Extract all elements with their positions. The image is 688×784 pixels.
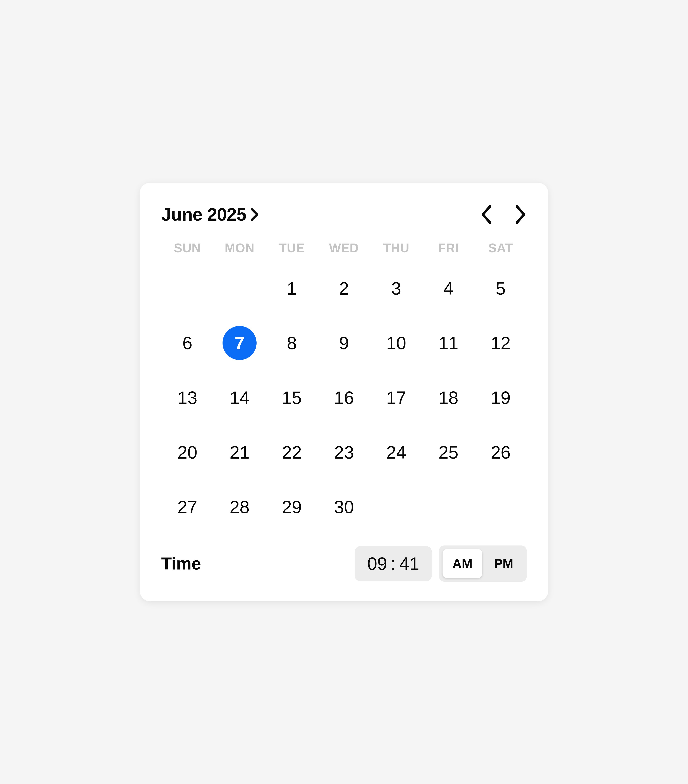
day[interactable]: 24 [379,435,413,469]
weekday-label: WED [318,241,370,255]
day[interactable]: 20 [170,435,204,469]
day-cell: 13 [161,380,213,415]
day[interactable]: 29 [275,490,309,524]
day-cell: 12 [475,326,527,360]
day-cell: 1 [266,271,318,305]
month-year-selector[interactable]: June 2025 [161,204,259,225]
day-cell: 19 [475,380,527,415]
day[interactable]: 16 [327,380,361,415]
day-cell: 16 [318,380,370,415]
day-cell: 15 [266,380,318,415]
weekday-label: TUE [266,241,318,255]
chevron-right-icon [250,208,259,222]
day-cell: 2 [318,271,370,305]
day[interactable]: 11 [431,326,466,360]
day[interactable]: 21 [222,435,257,469]
time-colon: : [391,553,396,574]
time-hour: 09 [367,553,387,574]
weekday-label: SAT [475,241,527,255]
day[interactable]: 18 [431,380,466,415]
day[interactable]: 25 [431,435,466,469]
day-cell: 7 [213,326,265,360]
day-selected[interactable]: 7 [222,326,257,360]
time-row: Time 09 : 41 AM PM [161,545,527,582]
day-cell-empty [213,271,265,305]
prev-month-button[interactable] [480,205,493,224]
day-cell: 4 [422,271,474,305]
weekday-label: THU [370,241,422,255]
day[interactable]: 17 [379,380,413,415]
day-cell: 3 [370,271,422,305]
am-option[interactable]: AM [443,549,482,578]
date-time-picker: June 2025 SUN MON TUE WED T [140,183,548,601]
day[interactable]: 4 [431,271,466,305]
time-controls: 09 : 41 AM PM [355,545,527,582]
day[interactable]: 27 [170,490,204,524]
day-cell: 5 [475,271,527,305]
day-cell: 8 [266,326,318,360]
day[interactable]: 28 [222,490,257,524]
weekday-label: FRI [422,241,474,255]
day-cell: 11 [422,326,474,360]
day-cell: 23 [318,435,370,469]
day[interactable]: 12 [484,326,518,360]
day-cell: 29 [266,490,318,524]
day-cell: 22 [266,435,318,469]
day[interactable]: 19 [484,380,518,415]
day[interactable]: 10 [379,326,413,360]
weekday-label: MON [213,241,265,255]
day-cell: 18 [422,380,474,415]
day-cell: 25 [422,435,474,469]
day[interactable]: 1 [275,271,309,305]
day[interactable]: 6 [170,326,204,360]
day-cell: 6 [161,326,213,360]
day[interactable]: 5 [484,271,518,305]
day[interactable]: 22 [275,435,309,469]
calendar-header: June 2025 [161,204,527,225]
day[interactable]: 15 [275,380,309,415]
next-month-button[interactable] [514,205,527,224]
day-cell: 21 [213,435,265,469]
day-cell: 26 [475,435,527,469]
month-nav [480,205,527,224]
time-minute: 41 [399,553,419,574]
day[interactable]: 8 [275,326,309,360]
day-cell: 20 [161,435,213,469]
day[interactable]: 30 [327,490,361,524]
day-cell: 30 [318,490,370,524]
day[interactable]: 13 [170,380,204,415]
day[interactable]: 3 [379,271,413,305]
pm-option[interactable]: PM [484,549,523,578]
day[interactable]: 26 [484,435,518,469]
day-cell: 9 [318,326,370,360]
day-cell: 10 [370,326,422,360]
time-label: Time [161,554,201,573]
day[interactable]: 2 [327,271,361,305]
day[interactable]: 14 [222,380,257,415]
day[interactable]: 23 [327,435,361,469]
month-year-label: June 2025 [161,204,246,225]
day-cell: 28 [213,490,265,524]
weekday-header-row: SUN MON TUE WED THU FRI SAT [161,241,527,255]
day-cell: 24 [370,435,422,469]
weekday-label: SUN [161,241,213,255]
ampm-toggle: AM PM [439,545,527,582]
day[interactable]: 9 [327,326,361,360]
day-cell: 17 [370,380,422,415]
day-cell: 14 [213,380,265,415]
calendar-days-grid: 1234567891011121314151617181920212223242… [161,271,527,524]
day-cell: 27 [161,490,213,524]
day-cell-empty [161,271,213,305]
time-display[interactable]: 09 : 41 [355,546,432,581]
